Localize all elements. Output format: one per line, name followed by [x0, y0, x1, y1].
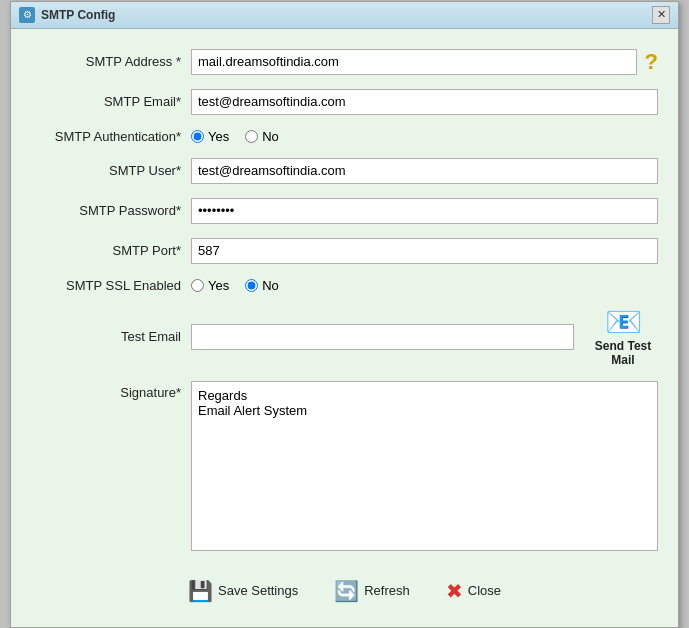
smtp-auth-radio-group: Yes No	[191, 129, 658, 144]
smtp-user-input[interactable]	[191, 158, 658, 184]
smtp-auth-row: SMTP Authentication* Yes No	[31, 129, 658, 144]
smtp-ssl-yes-label: Yes	[208, 278, 229, 293]
smtp-ssl-no-label: No	[262, 278, 279, 293]
smtp-port-label: SMTP Port*	[31, 243, 191, 258]
smtp-ssl-no-option[interactable]: No	[245, 278, 279, 293]
smtp-auth-yes-radio[interactable]	[191, 130, 204, 143]
smtp-ssl-yes-option[interactable]: Yes	[191, 278, 229, 293]
smtp-password-input[interactable]	[191, 198, 658, 224]
signature-label: Signature*	[31, 381, 191, 400]
test-email-input[interactable]	[191, 324, 574, 350]
refresh-button[interactable]: 🔄 Refresh	[326, 577, 418, 605]
title-bar: ⚙ SMTP Config ✕	[11, 2, 678, 29]
smtp-user-label: SMTP User*	[31, 163, 191, 178]
signature-textarea[interactable]: Regards Email Alert System	[191, 381, 658, 551]
smtp-ssl-label: SMTP SSL Enabled	[31, 278, 191, 293]
smtp-user-row: SMTP User*	[31, 158, 658, 184]
smtp-ssl-radio-group: Yes No	[191, 278, 658, 293]
close-button[interactable]: ✖ Close	[438, 577, 509, 605]
window-icon: ⚙	[19, 7, 35, 23]
smtp-port-row: SMTP Port*	[31, 238, 658, 264]
smtp-config-window: ⚙ SMTP Config ✕ SMTP Address * ? SMTP Em…	[10, 1, 679, 628]
smtp-address-input[interactable]	[191, 49, 637, 75]
smtp-auth-yes-label: Yes	[208, 129, 229, 144]
save-settings-button[interactable]: 💾 Save Settings	[180, 577, 306, 605]
smtp-auth-yes-option[interactable]: Yes	[191, 129, 229, 144]
send-mail-icon: 📧	[605, 307, 642, 337]
close-x-icon: ✖	[446, 581, 463, 601]
close-label: Close	[468, 583, 501, 598]
smtp-password-row: SMTP Password*	[31, 198, 658, 224]
refresh-label: Refresh	[364, 583, 410, 598]
form-content: SMTP Address * ? SMTP Email* SMTP Authen…	[11, 29, 678, 627]
save-icon: 💾	[188, 581, 213, 601]
smtp-email-row: SMTP Email*	[31, 89, 658, 115]
smtp-auth-label: SMTP Authentication*	[31, 129, 191, 144]
send-test-mail-button[interactable]: 📧 Send TestMail	[588, 307, 658, 367]
signature-row: Signature* Regards Email Alert System	[31, 381, 658, 551]
smtp-port-input[interactable]	[191, 238, 658, 264]
smtp-address-row: SMTP Address * ?	[31, 49, 658, 75]
smtp-ssl-row: SMTP SSL Enabled Yes No	[31, 278, 658, 293]
footer-buttons: 💾 Save Settings 🔄 Refresh ✖ Close	[31, 567, 658, 613]
test-email-row: Test Email 📧 Send TestMail	[31, 307, 658, 367]
smtp-auth-no-option[interactable]: No	[245, 129, 279, 144]
smtp-address-label: SMTP Address *	[31, 54, 191, 69]
smtp-auth-no-label: No	[262, 129, 279, 144]
smtp-ssl-yes-radio[interactable]	[191, 279, 204, 292]
smtp-email-label: SMTP Email*	[31, 94, 191, 109]
smtp-ssl-no-radio[interactable]	[245, 279, 258, 292]
refresh-icon: 🔄	[334, 581, 359, 601]
smtp-password-label: SMTP Password*	[31, 203, 191, 218]
window-title: SMTP Config	[41, 8, 115, 22]
save-label: Save Settings	[218, 583, 298, 598]
test-email-label: Test Email	[31, 329, 191, 344]
send-test-mail-label: Send TestMail	[595, 339, 651, 367]
smtp-email-input[interactable]	[191, 89, 658, 115]
help-icon[interactable]: ?	[645, 51, 658, 73]
smtp-auth-no-radio[interactable]	[245, 130, 258, 143]
window-close-button[interactable]: ✕	[652, 6, 670, 24]
